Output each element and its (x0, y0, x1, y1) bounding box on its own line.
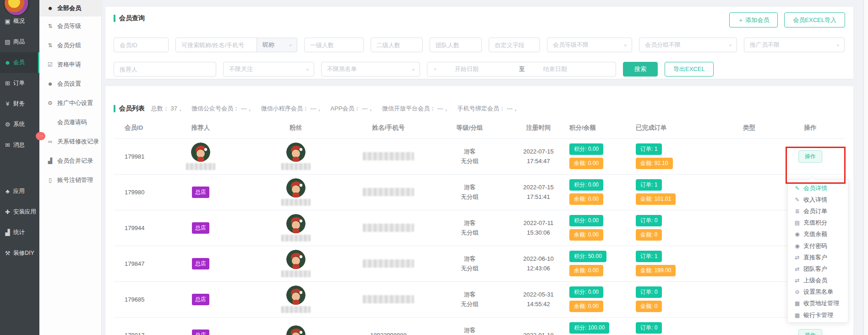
keyword-search-input[interactable] (175, 38, 257, 52)
sidebar-item-概况[interactable]: ▣概况 (0, 11, 39, 32)
filter-input-团队人数[interactable] (430, 38, 482, 52)
dropdown-item-直推客户[interactable]: ⇄直推客户 (788, 252, 848, 263)
row-action-button[interactable]: 操作 (798, 150, 822, 163)
dropdown-item-充值余额[interactable]: ◉充值余额 (788, 229, 848, 240)
dropdown-item-label: 支付密码 (803, 242, 827, 250)
register-time-cell: 2022-07-1517:51:41 (508, 174, 569, 210)
submenu-item-全部会员[interactable]: ☻全部会员 (39, 0, 101, 16)
search-button[interactable]: 搜索 (623, 62, 658, 77)
submenu-item-会员合并记录[interactable]: ▟会员合并记录 (39, 151, 101, 170)
dropdown-item-label: 银行卡管理 (803, 311, 833, 319)
keyword-type-select[interactable]: 昵称∨ (257, 38, 297, 52)
dropdown-item-银行卡管理[interactable]: ▦银行卡管理 (788, 309, 848, 321)
filter-input-一级人数[interactable] (304, 38, 364, 52)
submenu-item-会员分组[interactable]: ⇅会员分组 (39, 36, 101, 55)
member-id-cell: 179981 (114, 138, 155, 174)
filter-input-二级人数[interactable] (371, 38, 423, 52)
dropdown-item-上级会员[interactable]: ⇄上级会员 (788, 275, 848, 286)
column-header-积分/余额: 积分/余额 (569, 117, 636, 138)
blurred-fan-name (281, 270, 311, 277)
fan-avatar[interactable] (286, 250, 306, 269)
dropdown-item-label: 收入详情 (803, 196, 827, 204)
submenu-item-label: 会员合并记录 (57, 157, 93, 165)
sidebar-item-商品[interactable]: ▤商品 (0, 32, 39, 52)
referrer-input[interactable] (114, 62, 216, 77)
points-balance-cell: 积分: 0.00余额: 0.00 (569, 210, 636, 246)
filter-select-会员等级不限[interactable]: 会员等级不限∨ (547, 38, 632, 52)
sidebar-item-装修DIY[interactable]: ⚒装修DIY (0, 243, 39, 264)
list-section-title: 会员列表 总数： 37，微信公众号会员： ---，微信小程序会员： ---，AP… (114, 104, 845, 113)
filter-select-会员分组不限[interactable]: 会员分组不限∨ (639, 38, 737, 52)
dropdown-item-支付密码[interactable]: ◉支付密码 (788, 240, 848, 252)
dropdown-item-收货地址管理[interactable]: ▦收货地址管理 (788, 298, 848, 309)
register-date-range-picker[interactable]: ◔ 开始日期 至 结束日期 (427, 62, 616, 77)
sidebar-item-应用[interactable]: ♣应用 (0, 181, 39, 202)
member-group: 无分组 (432, 228, 508, 237)
dropdown-item-收入详情[interactable]: ✎收入详情 (788, 194, 848, 205)
vertical-scrollbar[interactable] (863, 0, 868, 335)
dropdown-item-会员订单[interactable]: ≣会员订单 (788, 205, 848, 217)
submenu-item-会员邀请码[interactable]: 会员邀请码 (39, 113, 101, 132)
follow-filter-select[interactable]: 不限关注 ∨ (223, 62, 314, 77)
sidebar-item-系统[interactable]: ⚙系统 (0, 114, 39, 135)
points-balance-cell: 积分: 100.00余额: 0.00 (569, 317, 636, 335)
column-header-粉丝: 粉丝 (246, 117, 345, 138)
blurred-fan-name (281, 306, 311, 313)
referrer-avatar[interactable] (191, 143, 210, 162)
blacklist-filter-select[interactable]: 不限黑名单 ∨ (321, 62, 420, 77)
stat-item: 微信开放平台会员： ---， (382, 104, 449, 113)
dropdown-item-会员详情[interactable]: ✎会员详情 (788, 182, 848, 194)
sidebar-item-订单[interactable]: ⊞订单 (0, 73, 39, 93)
submenu-item-会员等级[interactable]: ⇅会员等级 (39, 16, 101, 36)
sidebar-item-label: 会员 (13, 59, 25, 66)
type-cell (723, 281, 775, 317)
points-badge: 积分: 50.00 (569, 251, 606, 262)
blurred-member-name (363, 295, 414, 303)
dropdown-item-团队客户[interactable]: ⇄团队客户 (788, 263, 848, 275)
member-group-icon: ⇅ (47, 42, 54, 49)
sidebar-item-安装应用[interactable]: ✚安装应用 (0, 202, 39, 222)
dropdown-item-设置黑名单[interactable]: ⊖设置黑名单 (788, 286, 848, 298)
filter-select-推广员不限[interactable]: 推广员不限∨ (744, 38, 845, 52)
type-cell (723, 174, 775, 210)
member-level: 游客 (432, 218, 508, 228)
submenu-item-账号注销管理[interactable]: ▯账号注销管理 (39, 170, 101, 190)
excel-import-button[interactable]: 会员EXCEL导入 (784, 12, 845, 27)
submenu-item-推广中心设置[interactable]: ⚙推广中心设置 (39, 93, 101, 113)
fan-cell (246, 281, 345, 317)
blurred-member-name (363, 152, 414, 160)
export-excel-button[interactable]: 导出EXCEL (665, 62, 714, 77)
register-time: 12:43:06 (508, 264, 569, 273)
fan-avatar[interactable] (286, 286, 306, 305)
points-balance-cell: 积分: 0.00余额: 0.00 (569, 174, 636, 210)
sidebar-item-label: 商品 (13, 38, 25, 46)
member-id-cell: 179017 (114, 317, 155, 335)
admin-app: ▣概况▤商品☻会员⊞订单¥财务⚙系统✉消息♣应用✚安装应用▟统计⚒装修DIY ·… (0, 0, 868, 335)
row-action-button[interactable]: 操作 (798, 329, 822, 335)
fan-avatar[interactable] (286, 214, 306, 233)
filter-input-自定义字段[interactable] (489, 38, 540, 52)
submenu-item-会员设置[interactable]: ☻会员设置 (39, 74, 101, 93)
sidebar-item-会员[interactable]: ☻会员 (0, 52, 39, 73)
dropdown-item-充值积分[interactable]: ▤充值积分 (788, 217, 848, 229)
fan-avatar[interactable] (286, 143, 306, 162)
amount-badge: 金额: 92.10 (636, 158, 673, 169)
dropdown-item-label: 会员订单 (803, 207, 827, 215)
member-id-cell: 179685 (114, 281, 155, 317)
sidebar-item-label: 安装应用 (13, 208, 36, 216)
header-buttons: ＋ 添加会员 会员EXCEL导入 (729, 12, 845, 27)
add-member-button[interactable]: ＋ 添加会员 (729, 12, 778, 27)
submenu-item-关系链修改记录[interactable]: ∞关系链修改记录 (39, 132, 101, 151)
fan-avatar[interactable] (286, 325, 306, 335)
sidebar-item-统计[interactable]: ▟统计 (0, 222, 39, 243)
filter-input-会员ID[interactable] (114, 38, 169, 52)
submenu-item-资格申请[interactable]: ☑资格申请 (39, 55, 101, 74)
promo-settings-icon: ⚙ (47, 100, 54, 106)
table-row: 179017总店18923998988游客无分组2022-01-18积分: 10… (114, 317, 845, 335)
register-date: 2022-01-18 (508, 330, 569, 335)
dropdown-item-label: 设置黑名单 (803, 288, 833, 296)
sidebar-item-消息[interactable]: ✉消息 (0, 135, 39, 155)
chevron-down-icon: ∨ (306, 67, 309, 71)
sidebar-item-财务[interactable]: ¥财务 (0, 93, 39, 114)
fan-avatar[interactable] (286, 178, 306, 198)
